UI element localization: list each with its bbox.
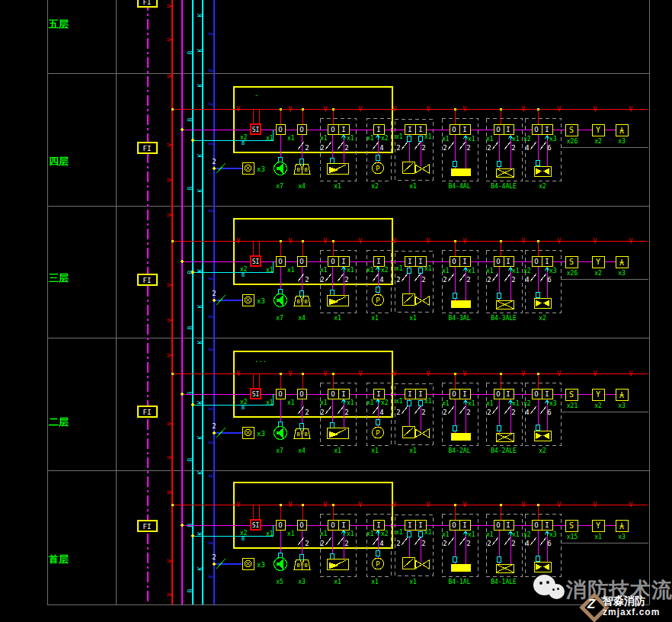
svg-text:x1: x1 <box>371 315 379 322</box>
floor-row: ... <box>171 351 649 454</box>
svg-text:I: I <box>462 126 466 133</box>
wire-type-mark: K <box>197 188 204 192</box>
svg-text:x1: x1 <box>512 268 520 274</box>
fi-box-5f: FI <box>138 0 157 7</box>
svg-text:I: I <box>506 521 510 529</box>
svg-text:x2: x2 <box>539 183 546 190</box>
sounder-strobe-icon <box>327 428 348 438</box>
svg-text:x1: x1 <box>409 447 417 454</box>
sounder-strobe-icon <box>327 163 348 174</box>
jack-count-label: x3 <box>257 165 265 173</box>
valve-actuator-icon <box>534 298 551 308</box>
svg-text:x1: x1 <box>266 531 274 537</box>
fi-box-3f: FI <box>138 274 157 285</box>
svg-text:x2: x2 <box>594 138 602 145</box>
svg-text:O: O <box>534 390 538 398</box>
svg-text:Y: Y <box>596 258 600 266</box>
oi-module-box: O I <box>328 389 349 399</box>
svg-text:I: I <box>376 126 380 133</box>
svg-text:2: 2 <box>421 144 425 152</box>
wire-type-mark: F <box>209 101 216 105</box>
svg-text:Y: Y <box>596 126 600 134</box>
svg-text:x1: x1 <box>409 315 417 322</box>
wire-type-mark: K <box>197 400 204 404</box>
svg-text:x2: x2 <box>594 270 602 277</box>
power-bus: VV VV VV VV VV V <box>171 238 648 256</box>
pressure-switch-icon: P <box>373 558 384 569</box>
input-module-box: I <box>373 389 384 399</box>
wire-type-mark: B <box>187 50 194 54</box>
oi-module-box: O I <box>494 124 514 134</box>
svg-text:x1: x1 <box>395 398 403 405</box>
svg-text:x1: x1 <box>512 136 520 143</box>
si-module-box: SI <box>251 389 261 399</box>
output-module-box: O <box>276 389 285 399</box>
telephone-tap: 2 x3 <box>212 158 265 174</box>
detector-yen-box: ¥ <box>616 389 628 400</box>
jack-count-label: x3 <box>257 297 265 305</box>
oi-module-box: O I <box>450 256 470 266</box>
svg-text:B: B <box>242 536 245 542</box>
svg-text:x21: x21 <box>567 402 578 409</box>
svg-text:¥: ¥ <box>619 521 624 530</box>
svg-text:x1: x1 <box>486 136 494 143</box>
svg-text:P: P <box>376 429 380 437</box>
svg-text:x1: x1 <box>594 534 602 540</box>
svg-text:B4-1AL: B4-1AL <box>449 579 471 585</box>
input-module-box: I <box>373 520 384 530</box>
svg-text:O: O <box>331 521 334 529</box>
wire-type-mark: B <box>187 457 194 461</box>
wire-type-mark: F <box>209 540 216 544</box>
svg-text:x1: x1 <box>266 399 274 406</box>
svg-text:V: V <box>393 502 397 508</box>
svg-text:x1: x1 <box>347 399 354 406</box>
svg-text:2: 2 <box>511 409 515 416</box>
svg-text:x1: x1 <box>395 529 403 536</box>
svg-text:I: I <box>341 258 345 265</box>
svg-text:V: V <box>522 370 526 377</box>
svg-text:¥: ¥ <box>619 390 624 399</box>
wire-type-mark: K <box>197 435 204 439</box>
svg-text:x1: x1 <box>366 135 374 142</box>
oi-module-box: O I <box>532 520 552 530</box>
fire-bells-icon: B B <box>294 428 310 438</box>
svg-text:x1: x1 <box>320 531 328 537</box>
wire-type-mark: K <box>197 531 204 535</box>
svg-text:2: 2 <box>487 540 491 547</box>
svg-text:O: O <box>452 126 456 133</box>
wire-type-mark: V <box>167 143 174 146</box>
telephone-tap: 2 x3 <box>212 422 265 438</box>
wire-type-mark: K <box>197 13 204 17</box>
svg-text:O: O <box>331 390 334 398</box>
floor-label-4: 四层 <box>49 156 69 167</box>
svg-text:x1: x1 <box>334 183 341 190</box>
floor-name-labels: 五层 四层 三层 二层 首层 <box>48 18 69 565</box>
svg-text:V: V <box>359 370 363 377</box>
oi-module-box: O I <box>494 520 514 530</box>
wire-type-mark: F <box>209 31 216 35</box>
svg-text:V: V <box>558 238 562 245</box>
svg-text:S: S <box>569 258 574 266</box>
jack-count-label: x3 <box>257 430 265 438</box>
wire-type-mark: V <box>167 37 174 41</box>
oi-module-box: O I <box>532 256 552 266</box>
ii-module-box: I I <box>405 389 426 399</box>
oi-module-box: O I <box>450 520 470 530</box>
fire-damper-icon <box>402 557 429 569</box>
wire-type-mark: F <box>209 276 216 280</box>
valve-actuator-icon <box>534 562 551 572</box>
svg-text:2: 2 <box>320 409 324 416</box>
svg-text:x1: x1 <box>442 136 450 143</box>
svg-text:O: O <box>534 521 538 529</box>
svg-text:x1: x1 <box>334 579 341 585</box>
svg-text:V: V <box>289 370 293 377</box>
svg-text:FI: FI <box>143 145 152 152</box>
oi-module-box: O I <box>532 124 552 134</box>
svg-text:x1: x1 <box>468 531 475 538</box>
svg-text:B4-3ALE: B4-3ALE <box>491 315 517 322</box>
svg-text:x2: x2 <box>381 267 389 274</box>
floor-rows: - <box>171 87 649 585</box>
svg-text:O: O <box>534 258 538 265</box>
svg-text:P: P <box>376 297 380 304</box>
svg-text:O: O <box>278 521 282 529</box>
